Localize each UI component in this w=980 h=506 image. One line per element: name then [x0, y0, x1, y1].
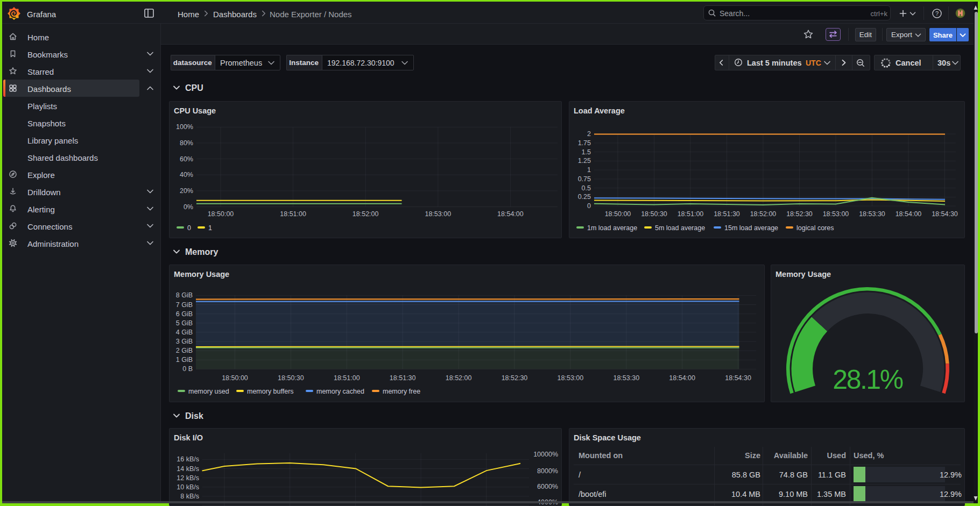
svg-text:?: ? — [935, 10, 939, 17]
